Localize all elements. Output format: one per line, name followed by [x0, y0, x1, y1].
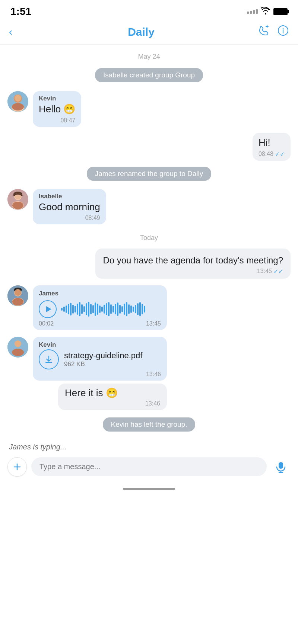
svg-point-23 [12, 349, 24, 356]
file-bubble-kevin[interactable]: Kevin strategy-guideline.pdf 962 KB 13:4… [33, 337, 167, 381]
microphone-button[interactable] [271, 457, 291, 477]
back-button[interactable]: ‹ [9, 26, 24, 38]
status-time: 1:51 [10, 6, 31, 17]
svg-point-19 [12, 298, 23, 305]
chat-title: Daily [24, 26, 259, 38]
svg-point-22 [15, 340, 21, 347]
time-kevin-1: 08:47 [60, 117, 75, 124]
file-size: 962 KB [64, 361, 161, 368]
header-actions [259, 25, 289, 39]
date-separator-1: May 24 [7, 53, 291, 61]
sender-kevin-file: Kevin [39, 341, 161, 349]
message-isabelle-1: Isabelle Good morning 08:49 [7, 189, 291, 225]
here-time: 13:46 [145, 400, 160, 407]
sender-isabelle-1: Isabelle [39, 193, 100, 200]
svg-rect-24 [279, 462, 283, 469]
time-kevin-file: 13:46 [146, 371, 161, 378]
svg-marker-20 [46, 306, 51, 312]
date-separator-2: Today [7, 234, 291, 242]
voice-bubble-james[interactable]: James 00:02 13:45 [33, 285, 167, 330]
message-input[interactable] [31, 457, 267, 476]
file-content: strategy-guideline.pdf 962 KB [39, 349, 161, 369]
voice-time: 13:45 [146, 320, 161, 327]
chat-area: May 24 Isabelle created group Group Kevi… [0, 45, 298, 439]
svg-point-13 [12, 202, 23, 209]
call-button[interactable] [259, 25, 270, 39]
svg-point-1 [283, 28, 284, 29]
system-message-2: James renamed the group to Daily [7, 167, 291, 181]
svg-point-6 [15, 95, 21, 102]
bubble-self-2: Do you have the agenda for today's meeti… [95, 249, 291, 278]
sender-kevin-1: Kevin [39, 95, 75, 102]
avatar-kevin-2 [7, 337, 28, 358]
avatar-kevin [7, 91, 28, 112]
file-info: strategy-guideline.pdf 962 KB [64, 351, 161, 368]
bubble-self-1: Hi! 08:48 ✓✓ [253, 133, 291, 161]
text-self-2: Do you have the agenda for today's meeti… [103, 254, 283, 266]
svg-point-18 [15, 289, 21, 296]
wifi-icon [261, 7, 270, 16]
file-name: strategy-guideline.pdf [64, 351, 161, 361]
kevin-file-group: Kevin strategy-guideline.pdf 962 KB 13:4… [33, 337, 167, 410]
text-isabelle-1: Good morning [39, 201, 100, 214]
status-bar: 1:51 [0, 0, 298, 21]
system-bubble-2: James renamed the group to Daily [87, 167, 211, 181]
system-bubble-3: Kevin has left the group. [103, 417, 196, 432]
avatar-james [7, 285, 28, 306]
download-button[interactable] [39, 349, 59, 369]
input-bar [0, 453, 298, 484]
voice-content [39, 300, 161, 318]
signal-icon [247, 9, 258, 14]
system-bubble-1: Isabelle created group Group [95, 68, 203, 82]
waveform [61, 302, 161, 316]
avatar-isabelle [7, 189, 28, 210]
read-receipt-1: ✓✓ [275, 151, 285, 158]
home-bar [123, 488, 175, 490]
here-bubble: Here it is 😁 13:46 [58, 384, 167, 410]
system-message-1: Isabelle created group Group [7, 68, 291, 82]
add-button[interactable] [7, 457, 27, 477]
text-kevin-1: Hello 😁 [39, 103, 75, 116]
sender-james-voice: James [39, 290, 161, 297]
here-text: Here it is 😁 [65, 387, 160, 399]
time-self-1: 08:48 [259, 151, 273, 157]
message-kevin-1: Kevin Hello 😁 08:47 [7, 91, 291, 127]
voice-duration: 00:02 [39, 320, 54, 327]
status-icons [247, 7, 288, 16]
message-self-1: Hi! 08:48 ✓✓ [7, 133, 291, 161]
info-button[interactable] [277, 25, 289, 39]
play-button[interactable] [39, 300, 57, 318]
battery-icon [273, 8, 288, 15]
read-receipt-2: ✓✓ [273, 268, 283, 275]
message-self-2: Do you have the agenda for today's meeti… [7, 249, 291, 278]
bubble-kevin-1: Kevin Hello 😁 08:47 [33, 91, 81, 127]
message-james-voice: James 00:02 13:45 [7, 285, 291, 330]
bubble-isabelle-1: Isabelle Good morning 08:49 [33, 189, 106, 225]
home-indicator [0, 484, 298, 495]
svg-point-7 [12, 103, 24, 110]
time-self-2: 13:45 [257, 268, 272, 275]
chat-header: ‹ Daily [0, 21, 298, 45]
voice-footer: 00:02 13:45 [39, 320, 161, 327]
typing-indicator: James is typing... [0, 439, 298, 453]
message-kevin-file: Kevin strategy-guideline.pdf 962 KB 13:4… [7, 337, 291, 410]
text-self-1: Hi! [259, 137, 285, 149]
time-isabelle-1: 08:49 [85, 215, 100, 221]
system-message-3: Kevin has left the group. [7, 417, 291, 432]
